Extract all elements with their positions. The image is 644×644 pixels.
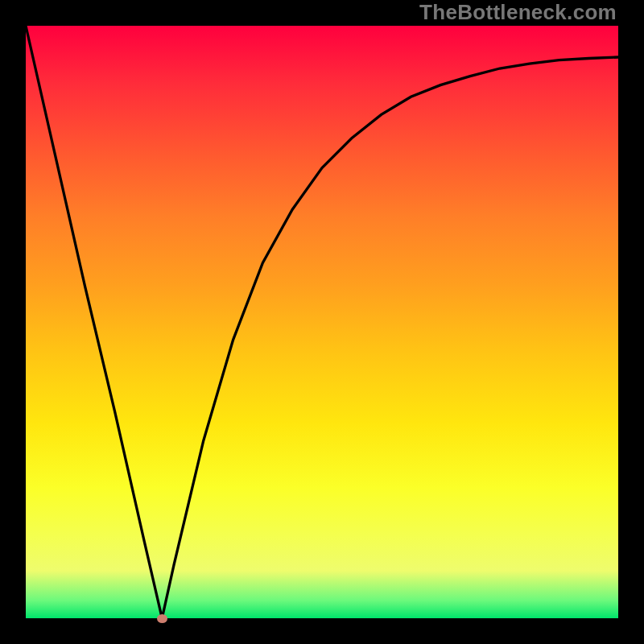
- curve-overlay: [26, 26, 618, 618]
- bottleneck-curve: [26, 26, 618, 618]
- watermark-text: TheBottleneck.com: [419, 0, 617, 25]
- plot-area: [26, 26, 618, 618]
- minimum-marker: [157, 614, 167, 623]
- chart-frame: TheBottleneck.com: [0, 0, 644, 644]
